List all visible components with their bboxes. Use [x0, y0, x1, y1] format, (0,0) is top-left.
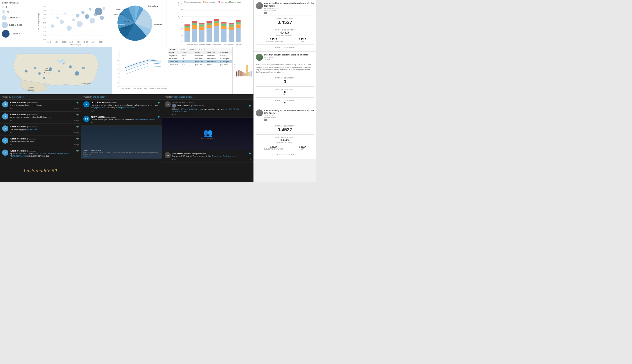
cell-twitter-3: @KingJame	[194, 63, 206, 66]
okc-logo-2: OKC	[83, 116, 90, 122]
sentiment-cell-left-label-1: CLEVELAND CAVALIERS	[264, 40, 283, 42]
svg-text:0.52: 0.52	[43, 39, 46, 40]
twitter-icon-okc-2: 🐦	[157, 116, 160, 118]
tweet-col1-header-text: Tweets by @russwest44	[2, 96, 24, 98]
sentiment-card-3-author: Michael Bohlin	[264, 117, 314, 119]
svg-rect-90	[206, 23, 212, 25]
svg-text:1,400: 1,400	[47, 41, 51, 43]
video-link[interactable]: nba.com	[83, 155, 160, 157]
okc-video-image: Bonding on the Road Take a look behind t…	[81, 126, 162, 158]
svg-rect-104	[236, 28, 240, 42]
col-team-tw: Team Twitt	[206, 51, 219, 54]
twitter-icon-ches-2: 🐦	[249, 152, 251, 154]
svg-text:BRK: BRK	[236, 76, 237, 76]
sentiment-card-3-header: Charles Barkley picks Cleveland Cavalier…	[256, 110, 314, 121]
scatter-panel: 0.52 0.54 0.56 0.58 0.60 0.62 0.64 0.66 …	[36, 0, 111, 47]
tweet-text-ches-2: Coming to OKC July 28! Tickets go on sal…	[172, 155, 251, 158]
svg-point-30	[56, 16, 59, 19]
tweet-like-rw-4[interactable]: ♥ E+	[10, 144, 14, 146]
svg-text:Kawhi Leonard: Kawhi Leonard	[116, 8, 127, 10]
sentiment-cell-left-value-1: 0.4527	[264, 38, 283, 40]
tweet-col1-handle: @russwest44	[12, 96, 24, 98]
svg-text:MIA: MIA	[242, 76, 243, 77]
tweet-like-ches-1[interactable]: ♥ E+	[172, 114, 176, 116]
right-panel: Charles Barkley picks Cleveland Cavalier…	[253, 0, 316, 182]
table-row-1: Kevin Dura OKC @KDTrey5 @okcthund @Chesa…	[168, 57, 232, 60]
svg-rect-82	[192, 23, 197, 25]
tweet-like-rw-1[interactable]: ♥ E+	[10, 108, 14, 110]
svg-rect-95	[214, 19, 219, 21]
bar-top-chart-panel: percentage, Assist Percentage, Steal Per…	[167, 0, 253, 47]
fashionable50-text: Fashionable 50	[24, 168, 57, 173]
sentiment-overall-1: OVERALL SENTIMENT 0.4527	[256, 17, 314, 26]
table-row-3: LeBron Jam CLE @KingJame @cavs @TheOAre	[168, 63, 232, 66]
tweet-text-rw-5: Big thanks @SInow for the #Fashionable50…	[10, 152, 79, 157]
legend-label-1: 0.143	[7, 11, 12, 13]
svg-text:0.56: 0.56	[43, 31, 46, 32]
cell-player-2: Russell Wes	[168, 60, 181, 63]
svg-point-34	[72, 18, 75, 21]
tab-blocks[interactable]: Blocks	[187, 48, 196, 51]
sentiment-card-1-date: 20160429T000000	[264, 7, 314, 9]
tweet-text-ches-1: Tickets for @ILoveThe90sTour are on sale…	[172, 108, 251, 113]
svg-text:2,400: 2,400	[84, 41, 88, 43]
svg-text:LeBron James: LeBron James	[194, 44, 203, 45]
legend-item-2: 0.296 to 0.348	[2, 15, 34, 20]
sentiment-overall-label-3: OVERALL SENTIMENT	[256, 125, 314, 127]
tab-steals[interactable]: Steals	[178, 48, 187, 51]
svg-text:Sum of Points: Sum of Points	[234, 68, 234, 70]
retweet-label: Chesapeake Arena Retweeted	[172, 101, 251, 103]
svg-point-121	[58, 70, 60, 72]
svg-text:Kyle Lowry: Kyle Lowry	[115, 37, 123, 38]
svg-text:0.5: 0.5	[117, 73, 119, 74]
svg-rect-76	[185, 31, 190, 42]
tweet-like-okc-2[interactable]: ♥ E+	[91, 122, 95, 124]
svg-point-123	[75, 71, 79, 76]
tweet-user-rw-3: Russell Westbrook @russwest44	[10, 126, 38, 128]
svg-point-126	[43, 77, 45, 79]
sentiment-negative-label-1: NEGATIVE SENTIMENT	[256, 46, 314, 48]
avatar-rw-1: R	[2, 101, 8, 108]
tweet-like-okc-1[interactable]: ♥ E+	[91, 110, 95, 112]
cell-team-tw-2: @okcthund	[206, 60, 219, 63]
svg-text:Chris Paul: Chris Paul	[123, 20, 130, 22]
svg-text:0.66: 0.66	[43, 10, 46, 11]
tweet-like-rw-2[interactable]: ♥ E+	[10, 120, 14, 122]
cell-arena-tw-1: @Chesapea	[219, 57, 232, 60]
divider-3b	[256, 134, 314, 135]
tweet-user-ches-2: Chesapeake Arena @ChesapeakeArena	[172, 152, 206, 154]
svg-rect-107	[236, 20, 240, 22]
svg-rect-78	[185, 26, 190, 28]
tweet-text-rw-1: So many great designers out right now	[10, 104, 79, 106]
middle-row: United States of America Estados Unidos …	[0, 47, 253, 94]
svg-text:0.68: 0.68	[43, 6, 46, 7]
sentiment-card-2-header: 2016 NBA playoffs preview: Spurs vs. Thu…	[256, 54, 314, 61]
tweet-like-rw-3[interactable]: ♥ E+	[10, 132, 14, 134]
svg-text:TOR: TOR	[251, 76, 252, 76]
tweet-col2-handle: @okcthunder	[93, 96, 105, 98]
cell-team-tw-3: @cavs	[206, 63, 219, 66]
tweet-content-ches-2: Chesapeake Arena @ChesapeakeArena 🐦 Comi…	[172, 152, 251, 160]
svg-rect-114	[229, 1, 231, 3]
sentiment-positive-value-3: 0.4527	[256, 138, 314, 142]
svg-text:OKC: OKC	[247, 76, 248, 76]
sentiment-negative-label-3: NEGATIVE SENTIMENT	[256, 154, 314, 156]
sentiment-positive-1: POSITIVE SENTIMENT 0.4527 CHARLES BARKLE…	[256, 28, 314, 37]
bottom-row: Tweets by @russwest44 R Russell Westbroo…	[0, 94, 253, 182]
avatar-rw-2: R	[2, 113, 8, 120]
retweet-user: CoxConvCenter @coxconvcenter	[177, 105, 204, 107]
tweet-col-russwest44: Tweets by @russwest44 R Russell Westbroo…	[0, 94, 81, 182]
tweet-user-rw-2: Russell Westbrook @russwest44	[10, 114, 38, 116]
concert-image-label: 90s Tour Event	[201, 138, 215, 140]
tweet-like-rw-5[interactable]: ♥ E+	[10, 158, 14, 160]
svg-rect-182	[251, 71, 252, 76]
svg-text:Brook Lopez: Brook Lopez	[187, 44, 194, 45]
tab-points[interactable]: Points	[196, 48, 204, 51]
svg-text:0.3: 0.3	[117, 77, 119, 78]
svg-text:40: 40	[181, 16, 183, 17]
svg-text:Russell Westbrook: Russell Westbrook	[112, 24, 125, 25]
cell-arena-tw-2: @Chesapea	[219, 60, 232, 63]
legend-title: 3-Point Percentage	[2, 2, 34, 4]
tweet-like-ches-2[interactable]: ♥ E+	[172, 158, 176, 160]
tab-assists[interactable]: Assists	[168, 48, 178, 51]
